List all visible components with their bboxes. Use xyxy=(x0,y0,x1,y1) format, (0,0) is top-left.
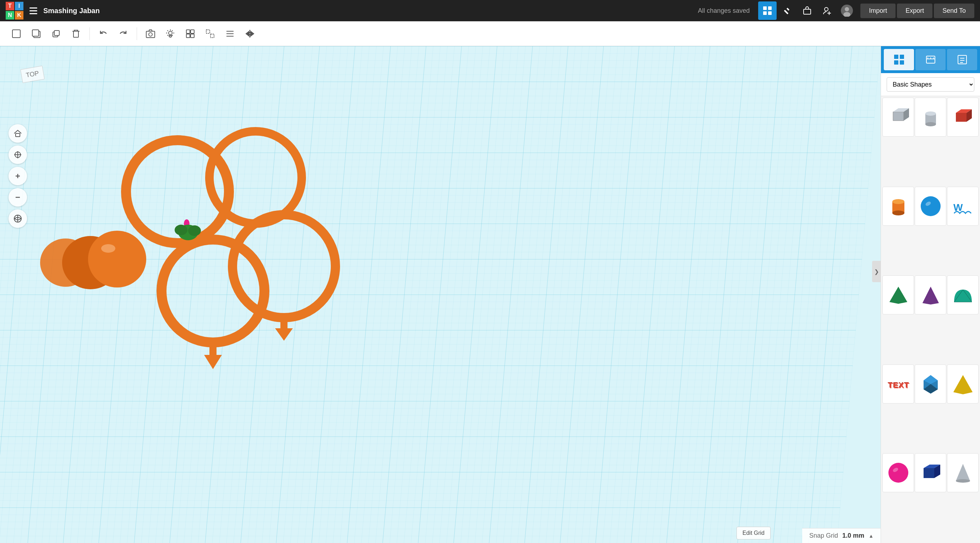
group-button[interactable] xyxy=(181,24,199,43)
svg-rect-37 xyxy=(16,134,20,137)
shape-item-cube-blue[interactable] xyxy=(915,453,946,492)
hamburger-menu-icon[interactable] xyxy=(28,5,39,16)
mirror-button[interactable] xyxy=(241,24,259,43)
zoom-out-button[interactable] xyxy=(8,188,27,207)
svg-marker-32 xyxy=(246,31,249,36)
shape-item-roof-teal[interactable] xyxy=(947,275,978,314)
grid-view-button[interactable] xyxy=(758,2,776,20)
main-area: TOP xyxy=(0,46,980,543)
svg-point-7 xyxy=(824,8,828,11)
svg-marker-80 xyxy=(956,113,967,122)
shape-item-box-red[interactable] xyxy=(947,97,978,137)
svg-point-100 xyxy=(888,463,908,482)
svg-rect-5 xyxy=(784,10,789,14)
svg-rect-64 xyxy=(926,56,935,63)
svg-marker-92 xyxy=(923,287,939,304)
shape-item-sphere-pink[interactable] xyxy=(882,453,914,492)
light-button[interactable] xyxy=(161,24,180,43)
shape-item-pyramid-green[interactable] xyxy=(882,275,914,314)
svg-point-85 xyxy=(892,210,904,215)
svg-marker-33 xyxy=(251,31,254,36)
redo-button[interactable] xyxy=(114,24,132,43)
add-user-button[interactable] xyxy=(818,2,836,20)
svg-rect-17 xyxy=(54,30,59,35)
svg-rect-4 xyxy=(787,8,789,11)
logo-n: N xyxy=(6,11,14,19)
camera-button[interactable] xyxy=(141,24,160,43)
shape-item-text-3d[interactable]: TEXT TEXT xyxy=(882,365,914,403)
import-button[interactable]: Import xyxy=(861,3,896,18)
toolbar-separator-1 xyxy=(89,27,90,40)
perspective-button[interactable] xyxy=(8,209,27,228)
shape-item-cylinder-gray[interactable] xyxy=(915,97,946,137)
topbar-right-controls xyxy=(758,2,856,20)
right-panel: Basic Shapes xyxy=(881,46,980,543)
copy-button[interactable] xyxy=(27,24,45,43)
duplicate-button[interactable] xyxy=(47,24,65,43)
shape-item-pyramid-purple[interactable] xyxy=(915,275,946,314)
svg-rect-25 xyxy=(191,34,194,38)
shape-library-header: Basic Shapes xyxy=(881,73,980,96)
topbar-action-buttons: Import Export Send To xyxy=(861,3,974,18)
svg-rect-18 xyxy=(73,31,78,37)
edit-grid-button[interactable]: Edit Grid xyxy=(737,527,771,540)
hammer-icon[interactable] xyxy=(778,2,797,20)
toolbar-separator-2 xyxy=(137,27,137,40)
shape-item-pyramid-yellow[interactable] xyxy=(947,365,978,403)
svg-rect-26 xyxy=(206,30,210,33)
send-to-button[interactable]: Send To xyxy=(934,3,974,18)
shape-item-cylinder-orange[interactable] xyxy=(882,187,914,226)
undo-button[interactable] xyxy=(94,24,113,43)
svg-marker-99 xyxy=(953,375,972,394)
zoom-in-button[interactable] xyxy=(8,167,27,185)
notes-tab[interactable] xyxy=(947,49,977,70)
fit-view-button[interactable] xyxy=(8,145,27,164)
snap-grid-arrow[interactable]: ▲ xyxy=(869,533,873,539)
panel-collapse-handle[interactable]: ❯ xyxy=(872,261,881,282)
shape-library-select[interactable]: Basic Shapes xyxy=(887,77,974,92)
svg-point-86 xyxy=(921,196,940,216)
svg-point-59 xyxy=(188,225,201,236)
save-status: All changes saved xyxy=(698,7,749,14)
viewport-controls xyxy=(3,117,32,228)
logo-k: K xyxy=(15,11,24,19)
svg-point-48 xyxy=(162,240,264,342)
logo-i: I xyxy=(15,2,24,10)
svg-point-21 xyxy=(169,31,172,35)
svg-rect-61 xyxy=(900,55,904,59)
ruler-tab[interactable] xyxy=(915,49,945,70)
home-view-button[interactable] xyxy=(8,124,27,143)
briefcase-icon[interactable] xyxy=(798,2,816,20)
svg-marker-73 xyxy=(893,112,904,121)
svg-point-58 xyxy=(175,225,188,235)
logo-t: T xyxy=(6,2,14,10)
snap-grid-label: Snap Grid xyxy=(809,532,838,540)
user-avatar[interactable] xyxy=(838,2,856,20)
svg-point-77 xyxy=(925,111,936,116)
svg-rect-13 xyxy=(13,30,20,38)
svg-rect-15 xyxy=(32,30,39,36)
shape-item-cone-gray[interactable] xyxy=(947,453,978,492)
canvas-area[interactable]: TOP xyxy=(0,46,881,543)
svg-rect-1 xyxy=(768,6,772,10)
tinkercad-logo[interactable]: T I N K xyxy=(6,2,24,19)
shape-item-box-gray[interactable] xyxy=(882,97,914,137)
shape-item-gem-blue[interactable] xyxy=(915,365,946,403)
project-name[interactable]: Smashing Jaban xyxy=(43,7,698,15)
svg-rect-6 xyxy=(803,9,811,14)
svg-rect-63 xyxy=(900,61,904,65)
svg-marker-102 xyxy=(924,468,934,478)
svg-rect-62 xyxy=(894,61,898,65)
grid-tab[interactable] xyxy=(884,49,914,70)
sphere-shape-group[interactable] xyxy=(40,231,146,289)
shape-item-text-shape[interactable]: W xyxy=(947,187,978,226)
export-button[interactable]: Export xyxy=(897,3,932,18)
ungroup-button[interactable] xyxy=(201,24,220,43)
align-button[interactable] xyxy=(221,24,239,43)
shapes-grid: W xyxy=(881,96,980,543)
shapes-canvas[interactable] xyxy=(0,46,881,543)
svg-point-20 xyxy=(149,33,152,36)
delete-button[interactable] xyxy=(67,24,85,43)
shape-item-sphere-blue[interactable] xyxy=(915,187,946,226)
new-button[interactable] xyxy=(7,24,25,43)
